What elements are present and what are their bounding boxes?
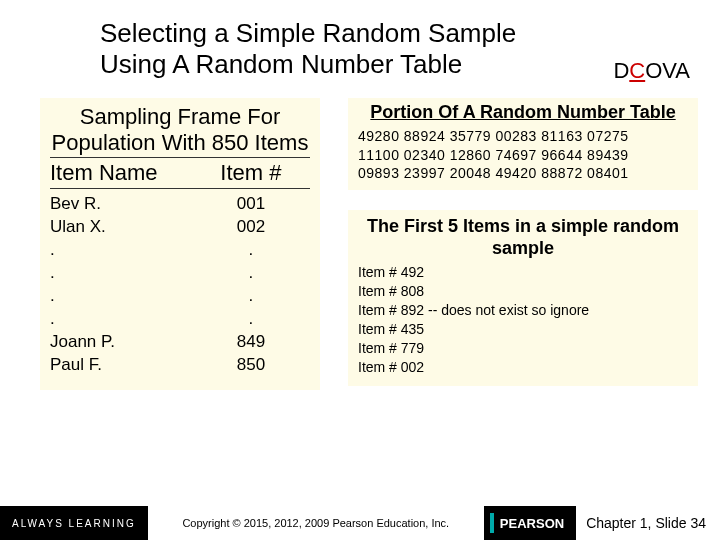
pearson-text: PEARSON — [500, 516, 564, 531]
frame-headers: Item Name Item # — [50, 160, 310, 189]
item-number: . — [192, 262, 310, 285]
item-number: 002 — [192, 216, 310, 239]
title-area: Selecting a Simple Random Sample Using A… — [0, 0, 720, 80]
rnt-data: 49280 88924 35779 00283 81163 0727511100… — [358, 127, 688, 182]
sample-title: The First 5 Items in a simple random sam… — [358, 216, 688, 259]
table-row: Ulan X.002 — [50, 216, 310, 239]
item-number: 001 — [192, 193, 310, 216]
dcova-d: D — [613, 58, 629, 83]
item-name: . — [50, 285, 192, 308]
item-number: . — [192, 239, 310, 262]
item-name: . — [50, 262, 192, 285]
dcova-ova: OVA — [645, 58, 690, 83]
sample-item: Item # 892 -- does not exist so ignore — [358, 301, 688, 320]
table-row: .. — [50, 262, 310, 285]
item-number: . — [192, 308, 310, 331]
pearson-logo: PEARSON — [484, 506, 576, 540]
slide-number: Chapter 1, Slide 34 — [576, 515, 720, 531]
sample-item: Item # 435 — [358, 320, 688, 339]
always-learning: ALWAYS LEARNING — [0, 506, 148, 540]
title-line1: Selecting a Simple Random Sample — [100, 18, 516, 48]
sample-item: Item # 002 — [358, 358, 688, 377]
sample-item: Item # 779 — [358, 339, 688, 358]
random-number-table: Portion Of A Random Number Table 49280 8… — [348, 98, 698, 190]
frame-col1: Item Name — [50, 160, 192, 186]
sample-list: Item # 492Item # 808Item # 892 -- does n… — [358, 263, 688, 376]
dcova-label: DCOVA — [613, 58, 690, 84]
item-number: . — [192, 285, 310, 308]
content-area: Sampling Frame For Population With 850 I… — [0, 80, 720, 390]
right-column: Portion Of A Random Number Table 49280 8… — [320, 98, 698, 390]
rnt-title: Portion Of A Random Number Table — [358, 102, 688, 123]
table-row: .. — [50, 308, 310, 331]
item-name: Ulan X. — [50, 216, 192, 239]
item-number: 849 — [192, 331, 310, 354]
table-row: Paul F.850 — [50, 354, 310, 377]
slide-title: Selecting a Simple Random Sample Using A… — [100, 18, 680, 80]
rnt-line: 09893 23997 20048 49420 88872 08401 — [358, 164, 688, 182]
sample-item: Item # 492 — [358, 263, 688, 282]
title-line2: Using A Random Number Table — [100, 49, 462, 79]
footer: ALWAYS LEARNING Copyright © 2015, 2012, … — [0, 506, 720, 540]
table-row: Bev R.001 — [50, 193, 310, 216]
table-row: Joann P.849 — [50, 331, 310, 354]
rnt-line: 49280 88924 35779 00283 81163 07275 — [358, 127, 688, 145]
pearson-bar-icon — [490, 513, 494, 533]
dcova-c: C — [629, 58, 645, 83]
frame-rows: Bev R.001Ulan X.002........Joann P.849Pa… — [50, 193, 310, 377]
item-name: . — [50, 239, 192, 262]
item-name: Joann P. — [50, 331, 192, 354]
sample-block: The First 5 Items in a simple random sam… — [348, 210, 698, 387]
item-name: Bev R. — [50, 193, 192, 216]
sample-item: Item # 808 — [358, 282, 688, 301]
item-number: 850 — [192, 354, 310, 377]
frame-col2: Item # — [192, 160, 310, 186]
item-name: Paul F. — [50, 354, 192, 377]
table-row: .. — [50, 285, 310, 308]
frame-caption: Sampling Frame For Population With 850 I… — [50, 104, 310, 158]
sampling-frame-box: Sampling Frame For Population With 850 I… — [40, 98, 320, 390]
item-name: . — [50, 308, 192, 331]
table-row: .. — [50, 239, 310, 262]
rnt-line: 11100 02340 12860 74697 96644 89439 — [358, 146, 688, 164]
copyright: Copyright © 2015, 2012, 2009 Pearson Edu… — [148, 517, 484, 529]
